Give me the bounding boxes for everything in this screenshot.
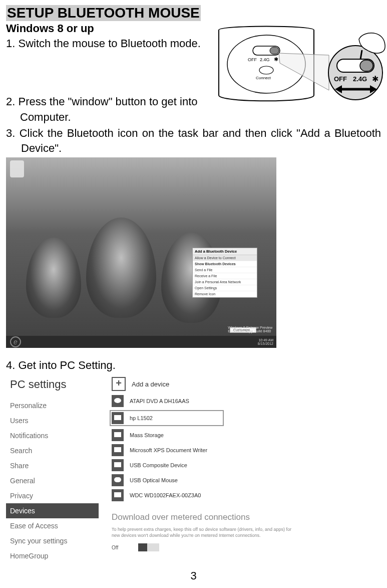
device-label: USB Optical Mouse — [130, 477, 178, 483]
device-row[interactable]: Microsoft XPS Document Writer — [112, 444, 306, 456]
device-label: Microsoft XPS Document Writer — [130, 447, 207, 453]
device-label: WDC WD1002FAEX-00Z3A0 — [130, 492, 201, 498]
sidebar-item-sync[interactable]: Sync your settings — [6, 533, 99, 548]
page-number: 3 — [6, 569, 381, 582]
printer-icon — [112, 444, 124, 456]
ie-icon[interactable]: e — [10, 336, 21, 347]
recycle-bin-icon — [10, 160, 24, 177]
devices-panel: + Add a device ATAPI DVD A DH16AAS hp L1… — [99, 375, 306, 565]
windows-watermark: Windows 8 Release Preview Evaluation cop… — [228, 326, 272, 333]
pc-settings-sidebar: PC settings Personalize Users Notificati… — [6, 375, 99, 565]
bluetooth-glyph-large: ✱ — [372, 75, 378, 83]
device-label: hp L1502 — [130, 415, 153, 421]
device-row[interactable]: USB Optical Mouse — [112, 474, 306, 486]
zoom-label-off: OFF — [334, 75, 347, 83]
device-row[interactable]: ATAPI DVD A DH16AAS — [112, 395, 306, 407]
monitor-icon — [112, 412, 124, 424]
device-label: USB Composite Device — [130, 462, 187, 468]
usb-icon — [112, 459, 124, 471]
step-2-line2: Computer. — [6, 110, 381, 125]
sidebar-item-share[interactable]: Share — [6, 458, 99, 473]
svg-rect-6 — [360, 60, 373, 71]
desktop-screenshot: Add a Bluetooth Device Allow a Device to… — [6, 157, 276, 348]
toggle-label: Off — [112, 545, 118, 550]
section-title: SETUP BLUETOOTH MOUSE — [6, 5, 201, 21]
bt-menu-item[interactable]: Remove Icon — [193, 291, 257, 297]
sidebar-item-ease-of-access[interactable]: Ease of Access — [6, 518, 99, 533]
step-4: 4. Get into PC Setting. — [6, 358, 381, 373]
connect-label: Connect — [256, 76, 271, 80]
sidebar-item-personalize[interactable]: Personalize — [6, 398, 99, 413]
wallpaper-tulip — [86, 218, 156, 318]
device-label: ATAPI DVD A DH16AAS — [130, 398, 189, 404]
zoom-label-24g: 2.4G — [353, 75, 367, 83]
svg-point-3 — [259, 66, 273, 74]
bluetooth-context-menu: Add a Bluetooth Device Allow a Device to… — [192, 248, 257, 298]
mouse-switch-diagram: OFF 2.4G ✱ Connect OFF 2.4G ✱ — [214, 25, 387, 105]
download-metered-title: Download over metered connections — [112, 512, 306, 522]
pc-settings-screenshot: PC settings Personalize Users Notificati… — [6, 375, 306, 565]
sidebar-item-users[interactable]: Users — [6, 413, 99, 428]
metered-toggle[interactable] — [138, 543, 159, 551]
bt-menu-item[interactable]: Join a Personal Area Network — [193, 279, 257, 285]
system-tray-clock: 10:49 AM 8/15/2012 — [258, 338, 276, 346]
download-metered-body: To help prevent extra charges, keep this… — [112, 526, 297, 538]
mouse-icon — [112, 474, 124, 486]
switch-label-24g: 2.4G — [260, 57, 270, 62]
plus-icon: + — [112, 377, 126, 391]
bt-menu-item[interactable]: Send a File — [193, 267, 257, 273]
device-row[interactable]: WDC WD1002FAEX-00Z3A0 — [112, 489, 306, 501]
bluetooth-glyph-small: ✱ — [274, 56, 278, 62]
bt-menu-item[interactable]: Open Settings — [193, 285, 257, 291]
device-row-selected[interactable]: hp L1502 — [110, 410, 224, 426]
bt-menu-item[interactable]: Show Bluetooth Devices — [193, 261, 257, 267]
sidebar-item-notifications[interactable]: Notifications — [6, 428, 99, 443]
sidebar-item-devices[interactable]: Devices — [6, 503, 99, 518]
hdd-icon — [112, 489, 124, 501]
sidebar-item-privacy[interactable]: Privacy — [6, 488, 99, 503]
device-label: Mass Storage — [130, 432, 164, 438]
svg-rect-2 — [270, 47, 279, 54]
wallpaper-tulip — [26, 238, 81, 318]
bt-menu-item[interactable]: Allow a Device to Connect — [193, 255, 257, 261]
device-row[interactable]: USB Composite Device — [112, 459, 306, 471]
switch-label-off: OFF — [248, 57, 257, 62]
sidebar-item-search[interactable]: Search — [6, 443, 99, 458]
sidebar-item-general[interactable]: General — [6, 473, 99, 488]
add-device-label: Add a device — [132, 380, 169, 388]
pc-settings-title: PC settings — [6, 375, 99, 398]
drive-icon — [112, 429, 124, 441]
bt-menu-header[interactable]: Add a Bluetooth Device — [193, 248, 257, 255]
disc-icon — [112, 395, 124, 407]
taskbar: e 10:49 AM 8/15/2012 — [6, 336, 276, 348]
sidebar-item-windows-update[interactable]: Windows Update — [6, 563, 99, 565]
device-row[interactable]: Mass Storage — [112, 429, 306, 441]
step-3: 3. Click the Bluetooth icon on the task … — [6, 126, 381, 155]
add-device-button[interactable]: + Add a device — [112, 377, 306, 391]
sidebar-item-homegroup[interactable]: HomeGroup — [6, 548, 99, 563]
bt-menu-item[interactable]: Receive a File — [193, 273, 257, 279]
